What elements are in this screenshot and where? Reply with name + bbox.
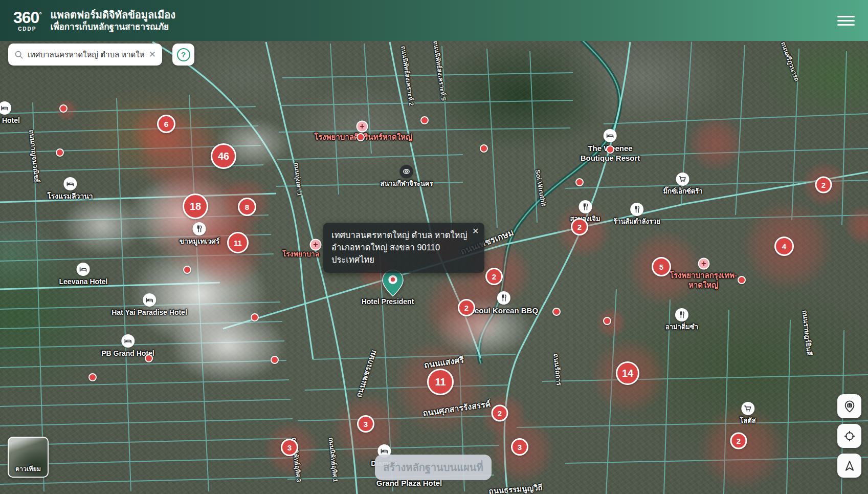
map-poi: โรงแรมลีวานา [47, 177, 93, 201]
popup-close-icon[interactable]: ✕ [472, 226, 479, 236]
map-poi: สนามกีฬาจิระนคร [381, 165, 433, 188]
map-poi: Hat Yai Paradise Hotel [112, 293, 187, 317]
map-poi-label: อาม่าติ่มซำ [665, 323, 698, 331]
restaurant-icon [675, 308, 688, 321]
road-label: ถนนนิพัทธ์สงเคราะห์ 5 [431, 40, 449, 101]
clear-search-button[interactable]: ✕ [149, 50, 156, 59]
cluster-marker[interactable]: 11 [227, 232, 249, 253]
heat-area [189, 212, 266, 289]
point-marker[interactable] [575, 178, 584, 186]
cluster-marker[interactable]: 2 [571, 218, 588, 235]
point-marker[interactable] [145, 354, 153, 362]
cluster-marker[interactable]: 14 [616, 361, 639, 385]
cluster-marker[interactable]: 11 [427, 369, 454, 395]
cluster-marker[interactable]: 4 [774, 237, 794, 256]
app-logo: 360° CDDP [13, 9, 41, 32]
crosshair-icon [843, 429, 856, 443]
road-label: ถนนธรรมนูญวิถี [488, 481, 543, 494]
map-poi-label: โรงพยาบาลกรุงเทพ- หาดใหญ่ [670, 271, 737, 290]
map-poi-label: ร้านส้มตำลังรวย [613, 218, 660, 226]
app-title: แพลตฟอร์มดิจิทัลข้อมูลเมือง เพื่อการเก็บ… [51, 8, 175, 33]
heat-area [688, 115, 744, 171]
map-poi-label: โรงพยาบาล [282, 250, 320, 259]
map-poi: Seoul Korean BBQ [470, 291, 538, 316]
pin-camera-icon [843, 400, 856, 413]
point-marker[interactable] [251, 313, 259, 321]
heat-area [146, 164, 258, 276]
point-marker[interactable] [357, 133, 365, 141]
cart-icon [741, 402, 754, 415]
cluster-marker[interactable]: 46 [211, 143, 236, 169]
map-poi: Hotel President [362, 297, 414, 307]
bed-icon [63, 177, 77, 190]
road-label: ถนนศุภสารรังสรรค์ [422, 397, 492, 419]
road-label: ถนนรัถการ [550, 353, 564, 386]
map-controls [837, 394, 861, 478]
question-icon: ? [177, 48, 190, 61]
point-marker[interactable] [271, 356, 279, 364]
road-label: ถนนเพชรเกษม [353, 348, 380, 399]
cluster-marker[interactable]: 18 [183, 194, 208, 219]
map-poi: โรงพยาบาลกรุงเทพ- หาดใหญ่ [670, 271, 737, 290]
hospital-cross-icon: + [698, 258, 710, 270]
selected-location-pin[interactable] [382, 269, 404, 297]
cluster-marker[interactable]: 3 [511, 438, 528, 456]
heat-area [136, 110, 222, 197]
bed-icon [121, 334, 135, 348]
hamburger-menu-button[interactable] [837, 13, 855, 28]
road-label: ถนนศรีภูวนารถ [778, 40, 802, 83]
heat-area [130, 102, 187, 159]
cluster-marker[interactable]: 2 [730, 433, 747, 449]
map-poi-label: ขาหมูเทเวศร์ [180, 237, 220, 246]
search-input[interactable] [28, 50, 145, 59]
compass-button[interactable] [837, 454, 861, 478]
map-poi-label: สนามกีฬาจิระนคร [381, 180, 433, 188]
point-marker[interactable] [738, 276, 746, 284]
restaurant-icon [578, 200, 592, 213]
point-marker[interactable] [603, 317, 611, 325]
location-info-popup: เทศบาลนครหาดใหญ่ ตำบล หาดใหญ่ อำเภอหาดให… [323, 223, 484, 273]
point-marker[interactable] [88, 373, 97, 381]
search-box: ✕ [8, 44, 162, 66]
nav-arrow-icon [843, 459, 856, 472]
heat-area [844, 205, 868, 246]
cluster-marker[interactable]: 2 [485, 268, 503, 285]
cluster-marker[interactable]: 2 [815, 177, 832, 194]
map-poi: ร้านส้มตำลังรวย [613, 203, 660, 226]
cluster-marker[interactable]: 3 [357, 415, 374, 433]
stadium-icon [400, 165, 413, 178]
point-marker[interactable] [56, 148, 64, 157]
help-button[interactable]: ? [172, 44, 194, 66]
photo-location-button[interactable] [837, 394, 861, 418]
map-poi-label: มิ๊กซ์เอ็กซ์ตร้า [663, 187, 703, 196]
point-marker[interactable] [606, 145, 614, 154]
hospital-cross-icon: + [310, 239, 322, 251]
hamburger-icon [837, 24, 855, 26]
point-marker[interactable] [480, 144, 488, 153]
road-label: ถนนนิพัทธ์สงเคราะห์ 2 [398, 45, 416, 106]
layer-toggle-label: ดาวเทียม [9, 464, 48, 474]
bed-icon [0, 101, 11, 115]
bed-icon [77, 263, 90, 276]
popup-address-line: ประเทศไทย [331, 254, 467, 266]
search-bar: ✕ ? [8, 44, 194, 66]
map-poi: โรงพยาบาล [282, 250, 320, 259]
point-marker[interactable] [183, 266, 191, 274]
cluster-marker[interactable]: 2 [492, 405, 508, 422]
map-poi-label: Hat Yai Paradise Hotel [112, 308, 187, 317]
point-marker[interactable] [420, 116, 429, 124]
cluster-marker[interactable]: 8 [238, 198, 256, 216]
cluster-marker[interactable]: 6 [157, 115, 175, 133]
cluster-marker[interactable]: 3 [281, 439, 298, 456]
satellite-layer-toggle[interactable]: ดาวเทียม [8, 437, 49, 478]
road-label: ถนนนิพัทธ์อุทิศ 1 [326, 437, 341, 482]
map-poi: Leevana Hotel [59, 263, 108, 287]
cluster-marker[interactable]: 5 [652, 257, 671, 276]
create-evidence-button[interactable]: สร้างหลักฐานบนแผนที่ [375, 455, 492, 480]
cluster-marker[interactable]: 2 [458, 299, 475, 316]
point-marker[interactable] [59, 104, 68, 113]
hamburger-icon [837, 16, 855, 17]
point-marker[interactable] [552, 308, 561, 316]
restaurant-icon [497, 291, 510, 305]
locate-me-button[interactable] [837, 424, 861, 448]
